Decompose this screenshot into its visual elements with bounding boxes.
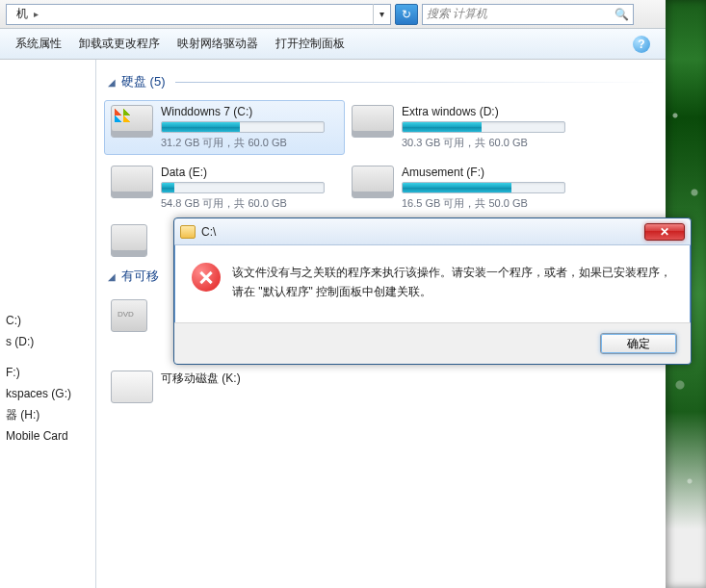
drive-icon <box>352 105 394 138</box>
drive-icon <box>111 224 147 257</box>
error-icon <box>192 263 221 292</box>
search-placeholder: 搜索 计算机 <box>427 6 487 22</box>
search-icon[interactable]: 🔍 <box>614 8 629 21</box>
refresh-button[interactable]: ↻ <box>395 4 418 25</box>
nav-item[interactable]: Mobile Card <box>4 425 95 447</box>
dialog-titlebar[interactable]: C:\ ✕ <box>174 218 691 245</box>
nav-item[interactable]: 器 (H:) <box>4 404 95 425</box>
error-dialog: C:\ ✕ 该文件没有与之关联的程序来执行该操作。请安装一个程序，或者，如果已安… <box>173 217 692 365</box>
dialog-title: C:\ <box>201 225 216 239</box>
search-input[interactable]: 搜索 计算机 🔍 <box>422 4 634 25</box>
group-label: 硬盘 (5) <box>121 73 166 90</box>
drive-icon <box>111 166 153 198</box>
removable-drive-icon <box>111 371 153 403</box>
breadcrumb-segment[interactable]: 机 <box>11 6 34 22</box>
navigation-tree[interactable]: C:) s (D:) F:) kspaces (G:) 器 (H:) Mobil… <box>0 60 96 588</box>
drive-item[interactable]: Winddowns 7 (C:)31.2 GB 可用，共 60.0 GB <box>104 100 345 155</box>
refresh-icon: ↻ <box>402 8 411 21</box>
folder-icon <box>180 225 196 239</box>
toolbar-system-properties[interactable]: 系统属性 <box>15 36 62 52</box>
drive-name: Data (E:) <box>161 166 338 179</box>
help-icon[interactable]: ? <box>633 36 650 53</box>
usage-fill <box>162 122 240 132</box>
drive-stats: 54.8 GB 可用，共 60.0 GB <box>161 196 338 211</box>
breadcrumb-arrow-icon[interactable]: ▸ <box>34 9 39 19</box>
drive-icon <box>111 105 153 138</box>
usage-fill <box>403 183 511 192</box>
dialog-message: 该文件没有与之关联的程序来执行该操作。请安装一个程序，或者，如果已安装程序，请在… <box>232 263 673 311</box>
drive-list-hdd: Winddowns 7 (C:)31.2 GB 可用，共 60.0 GBExtr… <box>104 100 658 216</box>
close-button[interactable]: ✕ <box>644 223 685 241</box>
drive-stats: 16.5 GB 可用，共 50.0 GB <box>402 196 579 211</box>
collapse-icon[interactable]: ◢ <box>108 271 116 282</box>
usage-bar <box>402 182 565 193</box>
nav-item[interactable]: F:) <box>4 362 95 383</box>
drive-item[interactable]: Amusement (F:)16.5 GB 可用，共 50.0 GB <box>345 161 586 216</box>
nav-item[interactable]: s (D:) <box>4 331 95 352</box>
address-search-row: 机 ▸ ▾ ↻ 搜索 计算机 🔍 <box>0 0 666 29</box>
toolbar-map-network-drive[interactable]: 映射网络驱动器 <box>177 36 258 52</box>
dialog-body: 该文件没有与之关联的程序来执行该操作。请安装一个程序，或者，如果已安装程序，请在… <box>174 245 691 322</box>
toolbar-uninstall-change[interactable]: 卸载或更改程序 <box>79 36 160 52</box>
usage-bar <box>402 121 565 133</box>
drive-item[interactable] <box>104 219 162 262</box>
drive-name: Winddowns 7 (C:) <box>161 105 338 118</box>
address-dropdown-icon[interactable]: ▾ <box>373 4 390 25</box>
drive-item[interactable]: Data (E:)54.8 GB 可用，共 60.0 GB <box>104 161 345 216</box>
usage-fill <box>403 122 482 132</box>
toolbar: 系统属性 卸载或更改程序 映射网络驱动器 打开控制面板 ? <box>0 29 666 60</box>
drive-item-removable[interactable]: 可移动磁盘 (K:) <box>104 366 345 408</box>
drive-name: Amusement (F:) <box>402 166 579 179</box>
usage-bar <box>161 182 325 193</box>
dialog-button-row: 确定 <box>174 322 691 364</box>
close-icon: ✕ <box>660 225 669 239</box>
collapse-icon[interactable]: ◢ <box>108 77 116 88</box>
ok-button[interactable]: 确定 <box>600 333 677 354</box>
drive-stats: 31.2 GB 可用，共 60.0 GB <box>161 136 338 150</box>
usage-fill <box>162 183 174 192</box>
drive-icon <box>352 166 394 198</box>
drive-stats: 30.3 GB 可用，共 60.0 GB <box>402 136 579 150</box>
drive-item[interactable]: Extra windows (D:)30.3 GB 可用，共 60.0 GB <box>345 100 586 155</box>
dvd-drive-icon <box>111 299 147 332</box>
usage-bar <box>161 121 325 133</box>
breadcrumb[interactable]: 机 ▸ ▾ <box>6 4 391 25</box>
group-header-hdd[interactable]: ◢ 硬盘 (5) <box>104 73 658 90</box>
group-label: 有可移 <box>121 268 159 285</box>
drive-name: 可移动磁盘 (K:) <box>161 371 338 387</box>
toolbar-open-control-panel[interactable]: 打开控制面板 <box>275 36 345 52</box>
drive-name: Extra windows (D:) <box>402 105 579 118</box>
drive-item-dvd[interactable] <box>104 294 162 337</box>
group-divider <box>175 82 659 83</box>
nav-item[interactable]: C:) <box>4 310 95 331</box>
nav-item[interactable]: kspaces (G:) <box>4 383 95 404</box>
